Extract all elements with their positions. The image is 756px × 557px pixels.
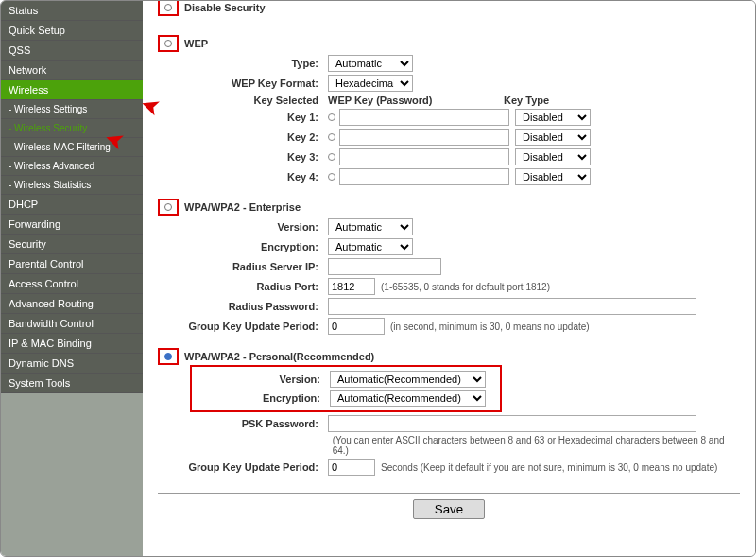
pers-gkup-input[interactable] bbox=[328, 459, 375, 476]
sidebar-item-quick-setup[interactable]: Quick Setup bbox=[1, 21, 143, 41]
ent-encryption-label: Encryption: bbox=[158, 241, 328, 252]
disable-security-label: Disable Security bbox=[184, 2, 266, 13]
sidebar-item-bandwidth-control[interactable]: Bandwidth Control bbox=[1, 314, 143, 334]
key1-input[interactable] bbox=[339, 109, 509, 126]
ent-radius-port-label: Radius Port: bbox=[158, 281, 328, 292]
pers-encryption-select[interactable]: Automatic(Recommended) bbox=[330, 390, 486, 407]
sidebar-item-dhcp[interactable]: DHCP bbox=[1, 195, 143, 215]
sidebar-item-wireless-settings[interactable]: Wireless Settings bbox=[1, 100, 143, 119]
ent-version-label: Version: bbox=[158, 221, 328, 233]
sidebar-item-wireless[interactable]: Wireless bbox=[1, 80, 143, 100]
pers-encryption-label: Encryption: bbox=[192, 392, 330, 404]
wpa-ent-title: WPA/WPA2 - Enterprise bbox=[184, 201, 301, 213]
key2-input[interactable] bbox=[339, 129, 509, 146]
sidebar-item-ip-mac-binding[interactable]: IP & MAC Binding bbox=[1, 334, 143, 354]
key4-radio[interactable] bbox=[328, 173, 335, 181]
radio-disable-security[interactable] bbox=[158, 1, 179, 16]
key3-input[interactable] bbox=[339, 148, 509, 165]
option-wep[interactable]: WEP bbox=[158, 35, 740, 52]
option-wpa-enterprise[interactable]: WPA/WPA2 - Enterprise bbox=[158, 199, 740, 216]
ent-version-select[interactable]: Automatic bbox=[328, 218, 413, 235]
ent-radius-pass-label: Radius Password: bbox=[158, 301, 328, 312]
radio-wpa-personal[interactable] bbox=[158, 348, 179, 365]
sidebar-item-network[interactable]: Network bbox=[1, 61, 143, 80]
pers-version-select[interactable]: Automatic(Recommended) bbox=[330, 371, 486, 388]
key3-radio[interactable] bbox=[328, 153, 335, 161]
sidebar-item-status[interactable]: Status bbox=[1, 1, 143, 21]
sidebar-item-wireless-statistics[interactable]: Wireless Statistics bbox=[1, 176, 143, 195]
sidebar: Status Quick Setup QSS Network Wireless … bbox=[1, 1, 143, 556]
ent-radius-port-hint: (1-65535, 0 stands for default port 1812… bbox=[381, 282, 550, 292]
pers-gkup-hint: Seconds (Keep it default if you are not … bbox=[381, 462, 717, 473]
wep-type-label: Type: bbox=[158, 58, 328, 69]
save-button[interactable]: Save bbox=[413, 499, 485, 519]
sidebar-item-system-tools[interactable]: System Tools bbox=[1, 374, 143, 393]
sidebar-item-dynamic-dns[interactable]: Dynamic DNS bbox=[1, 354, 143, 374]
ent-gkup-label: Group Key Update Period: bbox=[158, 321, 328, 332]
key1-type[interactable]: Disabled bbox=[515, 109, 591, 126]
wep-format-label: WEP Key Format: bbox=[158, 78, 328, 89]
key-type-header: Key Type bbox=[504, 95, 549, 106]
key1-label: Key 1: bbox=[158, 112, 328, 123]
key4-input[interactable] bbox=[339, 168, 509, 185]
pers-version-label: Version: bbox=[192, 374, 330, 385]
ent-radius-ip-label: Radius Server IP: bbox=[158, 261, 328, 272]
personal-highlight-box: Version:Automatic(Recommended) Encryptio… bbox=[190, 365, 502, 412]
wep-format-select[interactable]: Hexadecimal bbox=[328, 75, 413, 92]
wep-title: WEP bbox=[184, 38, 208, 49]
key4-type[interactable]: Disabled bbox=[515, 168, 591, 185]
option-wpa-personal[interactable]: WPA/WPA2 - Personal(Recommended) bbox=[158, 348, 740, 365]
pers-psk-label: PSK Password: bbox=[158, 418, 328, 429]
ent-radius-port-input[interactable] bbox=[328, 278, 375, 295]
key2-label: Key 2: bbox=[158, 131, 328, 143]
radio-wep[interactable] bbox=[158, 35, 179, 52]
sidebar-item-advanced-routing[interactable]: Advanced Routing bbox=[1, 294, 143, 314]
sidebar-item-forwarding[interactable]: Forwarding bbox=[1, 215, 143, 235]
pers-psk-hint: (You can enter ASCII characters between … bbox=[333, 435, 740, 456]
key2-radio[interactable] bbox=[328, 133, 335, 141]
pers-gkup-label: Group Key Update Period: bbox=[158, 461, 328, 473]
key2-type[interactable]: Disabled bbox=[515, 129, 591, 146]
key4-label: Key 4: bbox=[158, 171, 328, 183]
key3-type[interactable]: Disabled bbox=[515, 148, 591, 165]
radio-wpa-enterprise[interactable] bbox=[158, 199, 179, 216]
main-panel: Disable Security WEP Type: Automatic WEP… bbox=[143, 1, 755, 556]
ent-gkup-hint: (in second, minimum is 30, 0 means no up… bbox=[390, 322, 590, 332]
ent-encryption-select[interactable]: Automatic bbox=[328, 238, 413, 255]
sidebar-item-access-control[interactable]: Access Control bbox=[1, 274, 143, 294]
option-disable-security[interactable]: Disable Security bbox=[158, 1, 740, 16]
key3-label: Key 3: bbox=[158, 151, 328, 163]
sidebar-item-security[interactable]: Security bbox=[1, 235, 143, 254]
wep-key-header: WEP Key (Password) bbox=[328, 95, 504, 106]
ent-gkup-input[interactable] bbox=[328, 318, 385, 335]
key1-radio[interactable] bbox=[328, 113, 335, 121]
pers-psk-input[interactable] bbox=[328, 415, 696, 432]
sidebar-item-wireless-advanced[interactable]: Wireless Advanced bbox=[1, 157, 143, 176]
ent-radius-pass-input[interactable] bbox=[328, 298, 696, 315]
sidebar-item-parental-control[interactable]: Parental Control bbox=[1, 254, 143, 274]
divider bbox=[158, 493, 740, 494]
sidebar-item-qss[interactable]: QSS bbox=[1, 41, 143, 61]
wep-type-select[interactable]: Automatic bbox=[328, 55, 413, 72]
wpa-pers-title: WPA/WPA2 - Personal(Recommended) bbox=[184, 351, 374, 362]
key-selected-header: Key Selected bbox=[158, 95, 328, 106]
ent-radius-ip-input[interactable] bbox=[328, 258, 441, 275]
